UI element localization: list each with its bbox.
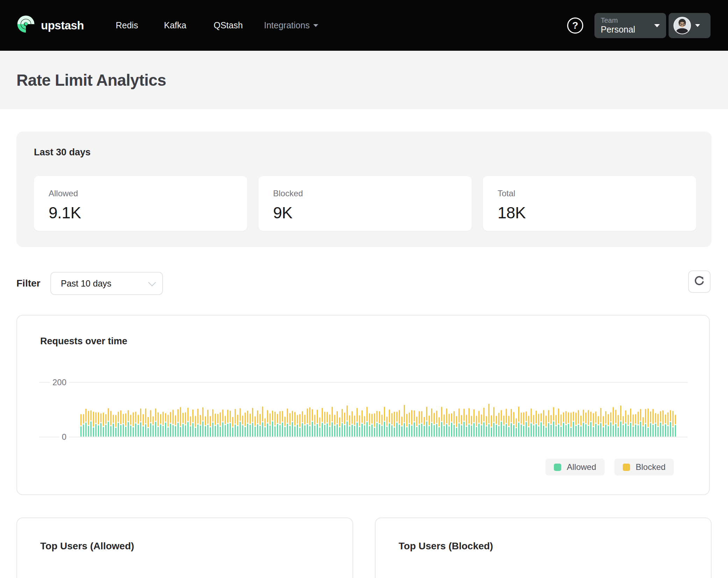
account-menu-button[interactable] bbox=[669, 13, 711, 38]
chevron-down-icon bbox=[695, 24, 700, 27]
legend-label: Allowed bbox=[567, 462, 596, 472]
upstash-logo-icon bbox=[16, 14, 35, 37]
legend-swatch-blocked bbox=[623, 464, 630, 471]
upstash-logo[interactable]: upstash bbox=[16, 0, 84, 51]
top-users-allowed-card: Top Users (Allowed) bbox=[16, 517, 353, 578]
nav-item-qstash[interactable]: QStash bbox=[214, 0, 243, 51]
requests-stacked-bars bbox=[17, 316, 711, 496]
legend-label: Blocked bbox=[636, 462, 665, 472]
page-header: Rate Limit Analytics bbox=[0, 51, 728, 109]
refresh-icon bbox=[693, 275, 706, 289]
stat-label: Total bbox=[498, 189, 681, 198]
chevron-down-icon bbox=[148, 279, 156, 287]
summary-title: Last 30 days bbox=[34, 147, 91, 158]
team-label: Team bbox=[601, 16, 635, 24]
stat-label: Allowed bbox=[49, 189, 233, 198]
filter-label: Filter bbox=[16, 272, 40, 295]
refresh-button[interactable] bbox=[688, 270, 711, 293]
stat-card-allowed: Allowed 9.1K bbox=[34, 176, 247, 231]
filter-range-select[interactable]: Past 10 days bbox=[50, 272, 163, 295]
requests-chart-card: Requests over time 200 0 Allowed Blocked bbox=[16, 315, 710, 495]
stat-card-blocked: Blocked 9K bbox=[258, 176, 472, 231]
legend-swatch-allowed bbox=[554, 464, 561, 471]
help-button[interactable]: ? bbox=[567, 17, 583, 34]
nav-item-label: Kafka bbox=[164, 20, 186, 30]
stat-value: 9K bbox=[273, 203, 457, 222]
stat-card-total: Total 18K bbox=[483, 176, 696, 231]
nav-item-redis[interactable]: Redis bbox=[116, 0, 138, 51]
top-navbar: upstash Redis Kafka QStash Integrations … bbox=[0, 0, 728, 51]
nav-item-kafka[interactable]: Kafka bbox=[164, 0, 186, 51]
team-switcher-button[interactable]: Team Personal bbox=[594, 13, 666, 38]
page-title: Rate Limit Analytics bbox=[16, 71, 166, 90]
legend-item-blocked[interactable]: Blocked bbox=[614, 459, 674, 475]
legend-item-allowed[interactable]: Allowed bbox=[545, 459, 605, 475]
chevron-down-icon bbox=[313, 24, 318, 27]
nav-item-label: Integrations bbox=[264, 20, 310, 30]
nav-item-label: QStash bbox=[214, 20, 243, 30]
top-users-blocked-card: Top Users (Blocked) bbox=[375, 517, 712, 578]
top-users-blocked-title: Top Users (Blocked) bbox=[399, 541, 493, 552]
stat-label: Blocked bbox=[273, 189, 457, 198]
top-users-allowed-title: Top Users (Allowed) bbox=[40, 541, 134, 552]
chevron-down-icon bbox=[654, 24, 660, 27]
stat-value: 18K bbox=[498, 203, 681, 222]
nav-item-integrations[interactable]: Integrations bbox=[264, 0, 318, 51]
summary-panel: Last 30 days Allowed 9.1K Blocked 9K Tot… bbox=[16, 132, 712, 247]
nav-item-label: Redis bbox=[116, 20, 138, 30]
avatar bbox=[673, 17, 691, 34]
stat-value: 9.1K bbox=[49, 203, 233, 222]
brand-name: upstash bbox=[41, 19, 84, 32]
question-mark-icon: ? bbox=[572, 20, 578, 31]
filter-selected-value: Past 10 days bbox=[61, 279, 112, 289]
team-value: Personal bbox=[601, 24, 635, 35]
